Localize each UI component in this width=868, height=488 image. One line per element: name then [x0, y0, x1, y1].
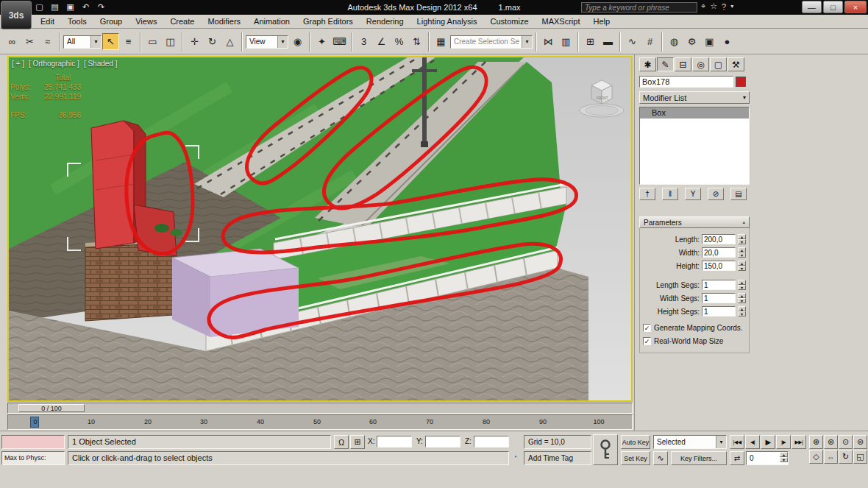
schematic-view-button[interactable]: #: [641, 33, 658, 50]
ribbon-toggle-button[interactable]: ▬: [600, 33, 616, 50]
parameters-rollout-header[interactable]: Parameters ▴: [639, 216, 750, 228]
help-icon[interactable]: ?: [722, 2, 726, 11]
tab-utilities[interactable]: ⚒: [728, 57, 744, 71]
menu-animation[interactable]: Animation: [247, 15, 296, 27]
favorites-star-icon[interactable]: ☆: [710, 1, 717, 11]
x-coordinate-field[interactable]: [377, 436, 412, 448]
selection-region-button[interactable]: ▭: [144, 33, 161, 50]
next-frame-button[interactable]: |▶: [776, 435, 791, 449]
close-button[interactable]: ×: [844, 1, 867, 13]
snap-toggle-button[interactable]: 3: [355, 33, 372, 50]
time-slider-track[interactable]: 0 / 100: [7, 403, 633, 414]
object-name-field[interactable]: Box178: [639, 76, 733, 88]
menu-rendering[interactable]: Rendering: [360, 15, 410, 27]
viewport-menu-shading[interactable]: [ Shaded ]: [84, 60, 118, 68]
time-slider-handle[interactable]: 0 / 100: [18, 404, 85, 412]
menu-customize[interactable]: Customize: [484, 15, 536, 27]
pin-stack-button[interactable]: †: [639, 188, 655, 200]
viewport-menu-pov[interactable]: [ Orthographic ]: [29, 60, 79, 68]
spinner-down-icon[interactable]: ▾: [738, 266, 746, 271]
reference-coordinate-dropdown[interactable]: View▾: [246, 35, 288, 49]
spinner-up-icon[interactable]: ▴: [780, 452, 788, 457]
go-to-end-button[interactable]: ▶▶|: [791, 435, 806, 449]
menu-graph-editors[interactable]: Graph Editors: [296, 15, 360, 27]
modifier-list-dropdown[interactable]: Modifier List ▾: [639, 91, 750, 104]
height-spinner[interactable]: ▴▾: [738, 261, 746, 271]
maximize-viewport-toggle[interactable]: ◱: [853, 450, 867, 464]
tab-hierarchy[interactable]: ⊟: [675, 57, 691, 71]
use-pivot-point-button[interactable]: ◉: [289, 33, 306, 50]
spinner-up-icon[interactable]: ▴: [738, 234, 746, 239]
selection-lock-toggle[interactable]: Ω: [334, 435, 349, 449]
width-segs-field[interactable]: 1: [702, 293, 736, 303]
length-field[interactable]: 200,0: [702, 234, 736, 244]
spinner-down-icon[interactable]: ▾: [738, 311, 746, 317]
keyboard-override-button[interactable]: ⌨: [331, 33, 348, 50]
angle-snap-button[interactable]: ∠: [373, 33, 390, 50]
set-keys-button[interactable]: [593, 434, 618, 465]
object-color-swatch[interactable]: [736, 77, 746, 87]
make-unique-button[interactable]: Y: [685, 188, 701, 200]
z-coordinate-field[interactable]: [474, 436, 509, 448]
align-button[interactable]: ▥: [558, 33, 574, 50]
length-spinner[interactable]: ▴▾: [738, 234, 746, 244]
set-key-button[interactable]: Set Key: [621, 451, 650, 465]
viewport-menu-plus[interactable]: [ + ]: [12, 60, 24, 68]
pan-view-button[interactable]: ⇔: [824, 450, 838, 464]
menu-group[interactable]: Group: [93, 15, 129, 27]
track-bar[interactable]: 0 10 20 30 40 50 60 70 80 90 100: [7, 414, 633, 430]
zoom-extents-all-button[interactable]: ⊚: [853, 435, 867, 449]
default-in-out-tangents-button[interactable]: ∿: [653, 451, 668, 465]
spinner-up-icon[interactable]: ▴: [738, 261, 746, 266]
height-field[interactable]: 150,0: [702, 261, 736, 271]
add-time-tag-field[interactable]: Add Time Tag: [524, 451, 591, 465]
search-icon[interactable]: ⌖: [701, 1, 705, 11]
spinner-up-icon[interactable]: ▴: [738, 247, 746, 252]
spinner-down-icon[interactable]: ▾: [738, 298, 746, 303]
curve-editor-button[interactable]: ∿: [624, 33, 641, 50]
select-and-rotate-button[interactable]: ↻: [204, 33, 221, 50]
unlink-selection-button[interactable]: ✂: [21, 33, 38, 50]
render-production-button[interactable]: ●: [719, 33, 736, 50]
modifier-stack[interactable]: Box: [639, 107, 750, 185]
select-by-name-button[interactable]: ≡: [120, 33, 137, 50]
width-field[interactable]: 20,0: [702, 247, 736, 258]
mirror-button[interactable]: ⋈: [540, 33, 557, 50]
key-filters-button[interactable]: Key Filters...: [671, 451, 727, 465]
modifier-stack-item-box[interactable]: Box: [640, 107, 749, 119]
percent-snap-button[interactable]: %: [391, 33, 408, 50]
spinner-down-icon[interactable]: ▾: [738, 252, 746, 258]
menu-edit[interactable]: Edit: [34, 15, 61, 27]
spinner-snap-button[interactable]: ⇅: [408, 33, 425, 50]
layer-manager-button[interactable]: ⊞: [582, 33, 599, 50]
field-of-view-button[interactable]: ◇: [809, 450, 823, 464]
window-crossing-button[interactable]: ◫: [162, 33, 179, 50]
current-frame-field[interactable]: 0 ▴▾: [746, 451, 789, 465]
previous-frame-button[interactable]: ◀|: [745, 435, 760, 449]
maximize-button[interactable]: □: [823, 1, 843, 13]
named-selection-dropdown[interactable]: Create Selection Se▾: [450, 35, 533, 49]
minimize-button[interactable]: —: [802, 1, 822, 13]
select-and-manipulate-button[interactable]: ✦: [313, 33, 330, 50]
select-and-scale-button[interactable]: △: [221, 33, 238, 50]
y-coordinate-field[interactable]: [425, 436, 460, 448]
height-segs-spinner[interactable]: ▴▾: [738, 306, 746, 317]
material-editor-button[interactable]: ◍: [666, 33, 683, 50]
menu-modifiers[interactable]: Modifiers: [201, 15, 247, 27]
edit-named-selections-button[interactable]: ▦: [433, 33, 449, 50]
spinner-up-icon[interactable]: ▴: [738, 293, 746, 298]
selection-filter-dropdown[interactable]: All▾: [63, 35, 102, 49]
application-menu-button[interactable]: 3ds: [1, 1, 32, 29]
width-segs-spinner[interactable]: ▴▾: [738, 293, 746, 303]
rendered-frame-button[interactable]: ▣: [701, 33, 718, 50]
menu-help[interactable]: Help: [587, 15, 617, 27]
menu-tools[interactable]: Tools: [61, 15, 93, 27]
maxscript-mini-listener[interactable]: Max to Physc:: [1, 451, 65, 465]
viewport-canvas[interactable]: FRONT: [9, 57, 631, 400]
select-and-move-button[interactable]: ✛: [186, 33, 203, 50]
render-setup-button[interactable]: ⚙: [683, 33, 700, 50]
remove-modifier-button[interactable]: ⊘: [708, 188, 724, 200]
viewport[interactable]: FRONT: [7, 56, 633, 402]
key-mode-dropdown[interactable]: Selected▾: [653, 435, 727, 449]
maxscript-macro-recorder[interactable]: [1, 435, 65, 449]
